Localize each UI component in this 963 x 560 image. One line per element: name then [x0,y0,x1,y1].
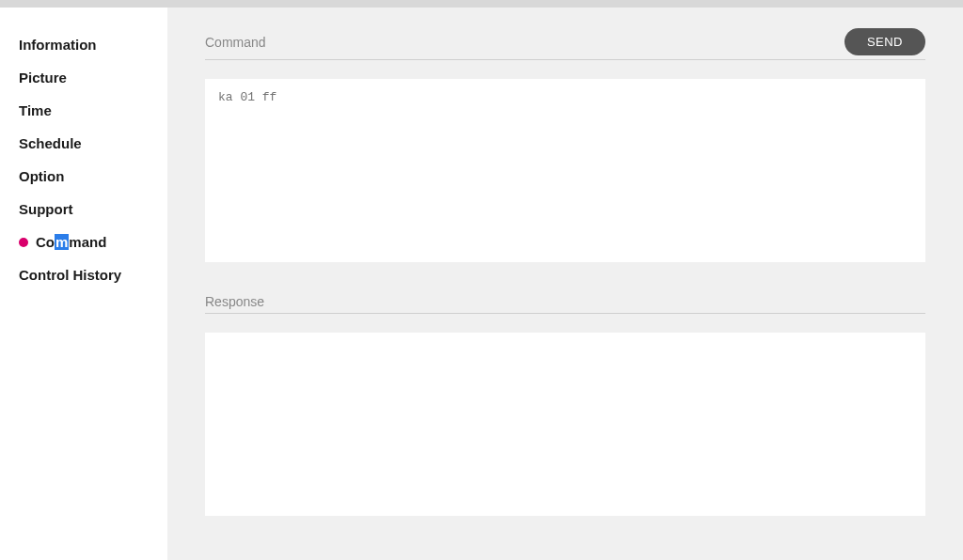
sidebar-item-control-history[interactable]: Control History [0,258,167,291]
sidebar-item-label: Information [19,37,97,53]
response-title: Response [205,294,264,309]
sidebar-item-label: Schedule [19,135,82,151]
active-dot-icon [19,238,28,247]
sidebar-item-label: Control History [19,267,121,283]
highlight-char: m [55,234,69,250]
top-bar [0,0,963,8]
command-header: Command SEND [205,28,925,60]
sidebar-item-label: Picture [19,70,67,86]
command-section: Command SEND [205,28,925,266]
sidebar: Information Picture Time Schedule Option… [0,8,167,560]
main-content: Command SEND Response [167,8,963,560]
sidebar-item-command[interactable]: Command [0,226,167,258]
sidebar-item-label: Command [36,234,106,250]
sidebar-item-option[interactable]: Option [0,160,167,193]
sidebar-item-label: Option [19,168,64,184]
response-header: Response [205,294,925,314]
sidebar-item-schedule[interactable]: Schedule [0,127,167,160]
sidebar-item-label: Support [19,201,73,217]
sidebar-item-label: Time [19,102,52,118]
response-section: Response [205,294,925,520]
app-container: Information Picture Time Schedule Option… [0,8,963,560]
sidebar-item-time[interactable]: Time [0,94,167,127]
send-button[interactable]: SEND [845,28,925,55]
command-input[interactable] [205,79,925,262]
command-title: Command [205,35,266,50]
response-output[interactable] [205,333,925,516]
sidebar-item-information[interactable]: Information [0,28,167,61]
sidebar-item-picture[interactable]: Picture [0,61,167,94]
sidebar-item-support[interactable]: Support [0,193,167,226]
